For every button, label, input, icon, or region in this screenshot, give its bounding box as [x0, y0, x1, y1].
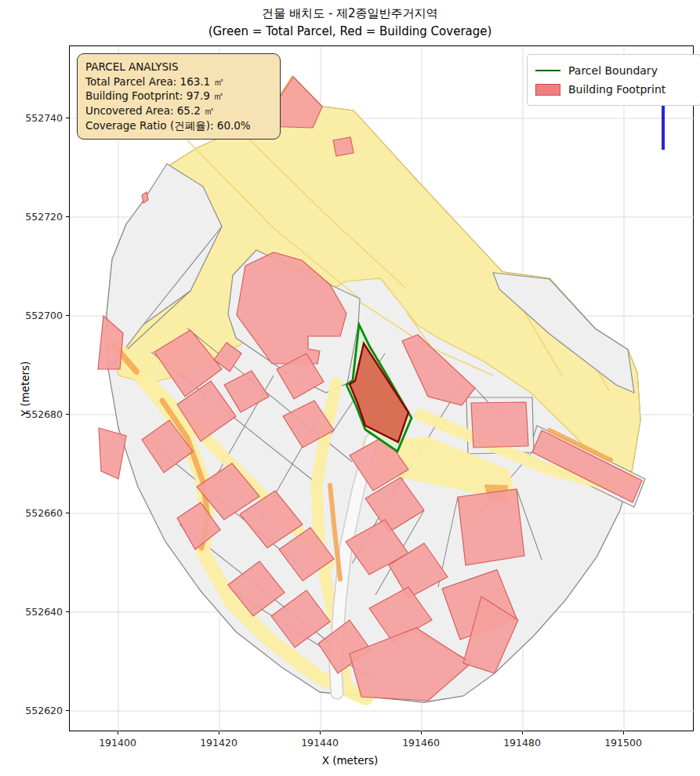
- y-tickmark: [66, 611, 69, 612]
- x-tick-label: 191460: [402, 737, 440, 749]
- x-tickmark: [421, 731, 422, 734]
- x-tick-label: 191480: [503, 737, 541, 749]
- map-canvas: N: [70, 46, 695, 732]
- legend: Parcel Boundary Building Footprint: [527, 54, 700, 106]
- y-tickmark: [66, 315, 69, 316]
- building: [99, 428, 126, 479]
- x-axis-label: X (meters): [0, 754, 700, 767]
- building: [333, 137, 354, 156]
- x-tickmark: [320, 731, 321, 734]
- y-tickmark: [66, 216, 69, 217]
- y-tickmark: [66, 513, 69, 513]
- y-tick-label: 552720: [16, 211, 63, 223]
- x-tick-label: 191440: [301, 737, 339, 749]
- x-tickmark: [623, 731, 624, 734]
- legend-patch-swatch: [535, 84, 560, 96]
- x-tickmark: [522, 731, 523, 734]
- y-tickmark: [66, 414, 69, 415]
- x-tick-label: 191420: [200, 737, 238, 749]
- legend-label: Parcel Boundary: [568, 64, 658, 77]
- x-tick-label: 191400: [99, 737, 136, 749]
- info-uncovered: Uncovered Area: 65.2 ㎡: [85, 103, 272, 118]
- building: [458, 489, 524, 565]
- y-tickmark: [66, 710, 69, 711]
- plot-area: N PARCEL ANALYSIS Total Parcel Area: 163…: [69, 45, 694, 731]
- info-coverage: Coverage Ratio (건폐율): 60.0%: [85, 118, 272, 133]
- parcel-analysis-box: PARCEL ANALYSIS Total Parcel Area: 163.1…: [77, 53, 281, 140]
- info-footprint: Building Footprint: 97.9 ㎡: [85, 89, 272, 103]
- chart-title: 건물 배치도 - 제2종일반주거지역: [0, 6, 700, 21]
- legend-item-parcel-boundary: Parcel Boundary: [535, 61, 692, 80]
- building: [471, 402, 528, 448]
- info-title: PARCEL ANALYSIS: [85, 60, 272, 74]
- y-tickmark: [66, 118, 69, 118]
- x-tickmark: [118, 731, 118, 734]
- chart-subtitle: (Green = Total Parcel, Red = Building Co…: [0, 24, 700, 38]
- x-tick-label: 191500: [604, 737, 642, 749]
- legend-item-building-footprint: Building Footprint: [535, 80, 692, 99]
- y-axis-label: Y (meters): [19, 342, 31, 436]
- y-tick-label: 552740: [16, 112, 63, 124]
- y-tick-label: 552700: [16, 310, 63, 321]
- figure: 건물 배치도 - 제2종일반주거지역 (Green = Total Parcel…: [0, 0, 700, 776]
- x-tickmark: [219, 731, 219, 734]
- y-tick-label: 552620: [16, 705, 63, 716]
- legend-label: Building Footprint: [568, 83, 666, 96]
- y-tick-label: 552660: [16, 507, 63, 519]
- legend-line-swatch: [535, 70, 560, 71]
- info-total-area: Total Parcel Area: 163.1 ㎡: [85, 74, 272, 89]
- y-tick-label: 552640: [16, 606, 63, 618]
